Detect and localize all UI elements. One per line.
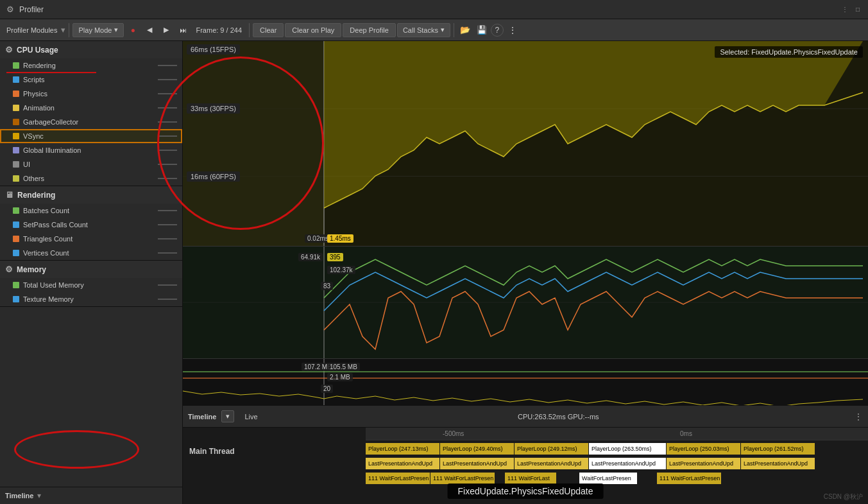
scripts-bar [158,79,177,80]
total-memory-bar [158,284,177,286]
sidebar-item-vertices[interactable]: Vertices Count [0,246,182,260]
wf-block-3[interactable]: PlayerLoop (249.12ms) [515,443,588,455]
divider-2 [249,23,250,37]
rendering-chart-svg [183,247,868,358]
wf-block-6[interactable]: PlayerLoop (261.52ms) [741,443,815,455]
toolbar-more-button[interactable]: ⋮ [505,22,520,38]
memory-val4: 20 [321,385,333,393]
sidebar-item-total-memory[interactable]: Total Used Memory [0,278,182,292]
memory-section-header[interactable]: ⚙ Memory [0,261,182,278]
texture-memory-bar [158,299,177,300]
rendering-icon: 🖥 [5,190,13,200]
physics-color [13,91,19,97]
sidebar-item-rendering[interactable]: Rendering [0,58,182,73]
sidebar-item-others[interactable]: Others [0,171,182,186]
batches-bar [158,210,177,211]
wf-block-2[interactable]: PlayerLoop (249.40ms) [440,443,514,455]
wf-wait-5[interactable]: 111 WaitForLastPresen [657,473,721,484]
wf-wait-4-highlight[interactable]: WaitForLastPresen [579,473,637,484]
modules-dropdown-arrow[interactable]: ▾ [61,25,65,35]
rendering-val2: 395 [327,253,343,261]
physics-bar [158,93,177,94]
time-ruler: -500ms 0ms 500ms [366,428,868,440]
sidebar-item-vsync[interactable]: VSync [0,129,182,143]
deep-profile-button[interactable]: Deep Profile [343,23,396,37]
gc-label: GarbageCollector [23,118,154,126]
total-memory-label: Total Used Memory [23,281,154,289]
wf-last-2[interactable]: LastPresentationAndUpd [440,458,514,469]
sidebar-item-texture-memory[interactable]: Texture Memory [0,292,182,306]
sidebar-item-physics[interactable]: Physics [0,87,182,101]
record-button[interactable]: ● [125,22,140,38]
timeline-more-button[interactable]: ⋮ [854,412,863,422]
wf-last-3[interactable]: LastPresentationAndUpd [515,458,588,469]
total-memory-color [13,282,19,288]
next-single-button[interactable]: ▶ [158,22,174,38]
sidebar-item-gi[interactable]: Global Illumination [0,143,182,157]
profiler-icon: ⚙ [5,4,15,15]
rendering-color [13,62,19,69]
selected-label: Selected: FixedUpdate.PhysicsFixedUpdate [715,46,863,58]
cpu-chart: 66ms (15FPS) 33ms (30FPS) 16ms (60FPS) S… [183,41,868,247]
gc-bar [158,121,177,123]
play-mode-button[interactable]: Play Mode ▾ [72,23,124,37]
sidebar-item-ui[interactable]: UI [0,157,182,171]
prev-frame-button[interactable]: ◀ [142,22,157,38]
load-button[interactable]: 📂 [457,22,473,38]
gi-bar [158,150,177,151]
watermark: CSDN @秋沪 [824,492,863,501]
clear-button[interactable]: Clear [253,23,284,37]
profiler-modules-label: Profiler Modules [4,26,60,34]
wf-last-1[interactable]: LastPresentationAndUpd [366,458,439,469]
wf-block-5[interactable]: PlayerLoop (250.03ms) [667,443,740,455]
maximize-button[interactable]: □ [853,4,863,15]
wf-last-4-highlight[interactable]: LastPresentationAndUpd [589,458,666,469]
gc-color [13,119,19,125]
rendering-val1: 64.91k [298,253,323,261]
sidebar-item-triangles[interactable]: Triangles Count [0,232,182,246]
rendering-bar [158,65,177,66]
sidebar-item-scripts[interactable]: Scripts [0,73,182,87]
vertices-bar [158,252,177,254]
sidebar-item-animation[interactable]: Animation [0,101,182,115]
wf-block-4-highlight[interactable]: PlayerLoop (263.50ms) [589,443,666,455]
vsync-bar [158,135,177,137]
wf-wait-1[interactable]: 111 WaitForLastPresen [366,473,430,484]
rendering-section-header[interactable]: 🖥 Rendering [0,186,182,204]
more-options-button[interactable]: ⋮ [840,4,850,15]
clear-on-play-button[interactable]: Clear on Play [285,23,341,37]
wf-block-1[interactable]: PlayerLoop (247.13ms) [366,443,439,455]
rendering-section-label: Rendering [17,191,55,200]
vsync-label: VSync [23,132,154,140]
cpu-chart-svg [183,41,868,246]
wf-last-6[interactable]: LastPresentationAndUpd [741,458,815,469]
call-stacks-button[interactable]: Call Stacks ▾ [397,23,450,37]
waterfall-row-2: LastPresentationAndUpd LastPresentationA… [366,456,868,471]
sidebar-item-batches[interactable]: Batches Count [0,204,182,218]
help-button[interactable]: ? [491,24,504,37]
memory-chart-svg [183,359,868,405]
main-thread-label: Main Thread [189,447,235,456]
title-bar-controls: ⋮ □ [840,4,863,15]
physics-label: Physics [23,90,154,98]
svg-rect-9 [183,359,868,405]
texture-memory-color [13,296,19,302]
wf-wait-2[interactable]: 111 WaitForLastPresen [430,473,495,484]
wf-last-5[interactable]: LastPresentationAndUpd [667,458,740,469]
time-marker-2: 1.45ms [327,234,353,243]
ui-bar [158,164,177,165]
divider-3 [454,23,454,37]
timeline-bar: Timeline ▾ Live CPU:263.52ms GPU:--ms ⋮ [183,405,868,427]
next-button[interactable]: ⏭ [175,22,191,38]
sidebar-section-memory: ⚙ Memory Total Used Memory Texture Memor… [0,261,182,307]
batches-color [13,207,19,214]
cpu-section-header[interactable]: ⚙ CPU Usage [0,41,182,58]
timeline-live-label: Live [239,413,262,421]
toolbar: Profiler Modules ▾ Play Mode ▾ ● ◀ ▶ ⏭ F… [0,19,868,41]
sidebar-item-setpass[interactable]: SetPass Calls Count [0,218,182,232]
wf-wait-3[interactable]: 111 WaitForLast [505,473,556,484]
timeline-dropdown-button[interactable]: ▾ [221,410,234,422]
sidebar-item-gc[interactable]: GarbageCollector [0,115,182,129]
timeline-dropdown-arrow[interactable]: ▾ [37,491,41,500]
save-button[interactable]: 💾 [474,22,489,38]
